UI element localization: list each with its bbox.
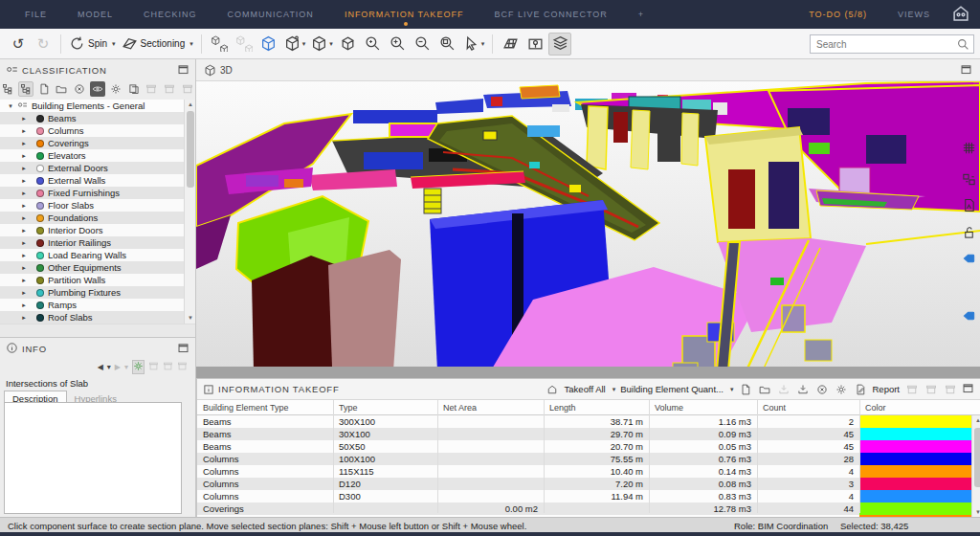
table-row[interactable]: Columns 115X115 10.40 m 0.14 m3 4 bbox=[197, 465, 980, 478]
menu-checking[interactable]: CHECKING bbox=[128, 10, 212, 19]
scroll-up-arrow[interactable]: ▲ bbox=[972, 415, 980, 426]
tree-row[interactable]: ▸ Fixed Furnishings bbox=[0, 187, 184, 199]
expand-icon[interactable]: ▸ bbox=[19, 264, 29, 272]
col-length[interactable]: Length bbox=[544, 400, 649, 414]
walk-mode-button[interactable]: ▾ bbox=[282, 33, 308, 56]
chevron-down-icon[interactable]: ▾ bbox=[612, 386, 616, 393]
expand-icon[interactable]: ▸ bbox=[19, 314, 29, 322]
new-takeoff-button[interactable] bbox=[738, 382, 752, 396]
tree-row[interactable]: ▸ Floor Slabs bbox=[0, 199, 184, 212]
todo-button[interactable]: TO-DO (5/8) bbox=[793, 10, 882, 19]
pdf-button[interactable] bbox=[962, 198, 977, 213]
classification-settings-button[interactable] bbox=[108, 81, 123, 97]
menu-communication[interactable]: COMMUNICATION bbox=[212, 10, 329, 19]
menu-bcf-live-connector[interactable]: BCF LIVE CONNECTOR bbox=[479, 10, 622, 19]
tree-row[interactable]: ▸ Load Bearing Walls bbox=[0, 249, 184, 261]
layers-button[interactable] bbox=[548, 33, 571, 56]
markup-button-2[interactable] bbox=[962, 309, 977, 324]
select-button[interactable]: ▾ bbox=[461, 33, 487, 56]
col-color[interactable]: Color bbox=[859, 400, 971, 414]
tree-row[interactable]: ▸ External Walls bbox=[0, 174, 184, 187]
isometric-view-button[interactable] bbox=[337, 33, 360, 56]
search-input[interactable] bbox=[811, 39, 957, 50]
tree-row[interactable]: ▸ Beams bbox=[0, 112, 184, 124]
takeoff-all-button[interactable]: Takeoff All bbox=[565, 384, 606, 394]
expand-icon[interactable]: ▸ bbox=[19, 227, 29, 234]
zoom-all-button[interactable] bbox=[362, 33, 385, 56]
scroll-up-arrow[interactable]: ▲ bbox=[185, 100, 196, 110]
markup-button-1[interactable] bbox=[962, 252, 977, 267]
tree-row[interactable]: ▸ Plumbing Fixtures bbox=[0, 286, 184, 299]
visibility-toggle[interactable] bbox=[90, 81, 105, 97]
quantity-preset-select[interactable]: Building Element Quant... bbox=[620, 384, 724, 394]
expand-icon[interactable]: ▸ bbox=[19, 239, 29, 247]
undo-button[interactable]: ↺ bbox=[7, 33, 30, 56]
expand-icon[interactable]: ▸ bbox=[19, 177, 29, 185]
sectioning-button[interactable]: Sectioning▾ bbox=[120, 33, 195, 56]
tree-scrollbar[interactable]: ▲ ▼ bbox=[184, 100, 195, 324]
tree-row[interactable]: ▸ Foundations bbox=[0, 212, 184, 224]
close-takeoff-button[interactable] bbox=[814, 382, 829, 396]
expand-icon[interactable]: ▸ bbox=[19, 152, 29, 160]
tree-row[interactable]: ▸ Coverings bbox=[0, 137, 184, 149]
table-row[interactable]: Coverings 0.00 m2 12.78 m3 44 bbox=[197, 502, 980, 515]
chevron-down-icon[interactable]: ▾ bbox=[730, 386, 734, 393]
hierarchy-button[interactable] bbox=[18, 81, 33, 97]
report-button[interactable]: Report bbox=[872, 384, 900, 394]
col-net-area[interactable]: Net Area bbox=[437, 400, 544, 414]
export-button[interactable] bbox=[795, 382, 810, 396]
table-row[interactable]: Columns D120 7.20 m 0.08 m3 3 bbox=[197, 478, 980, 490]
show-all-button[interactable] bbox=[208, 33, 231, 56]
zoom-out-button[interactable] bbox=[412, 33, 434, 56]
view-preset-button[interactable]: ▾ bbox=[309, 33, 335, 56]
maximize-button[interactable] bbox=[962, 382, 974, 396]
col-type[interactable]: Type bbox=[333, 400, 437, 414]
tree-row[interactable]: ▸ Roof Slabs bbox=[0, 311, 184, 324]
close-classification-button[interactable] bbox=[72, 81, 87, 97]
menu-add-tab[interactable]: + bbox=[623, 10, 659, 19]
tree-row[interactable]: ▸ External Doors bbox=[0, 162, 184, 174]
collapse-icon[interactable]: ▾ bbox=[6, 102, 15, 110]
col-volume[interactable]: Volume bbox=[649, 400, 757, 414]
chevron-down-icon[interactable]: ▾ bbox=[107, 363, 111, 371]
solibri-home-icon[interactable] bbox=[951, 4, 970, 25]
scrollbar-thumb[interactable] bbox=[187, 111, 194, 188]
auto-update-button[interactable] bbox=[132, 360, 145, 374]
footprint-button[interactable] bbox=[499, 33, 522, 56]
takeoff-settings-button[interactable] bbox=[834, 382, 848, 396]
grid-toggle-button[interactable] bbox=[962, 141, 977, 156]
dimensions-button[interactable] bbox=[962, 172, 977, 188]
table-row[interactable]: Beams 50X50 20.70 m 0.05 m3 45 bbox=[197, 440, 980, 453]
lock-button[interactable] bbox=[962, 225, 977, 240]
expand-icon[interactable]: ▸ bbox=[19, 214, 29, 222]
tree-row[interactable]: ▸ Elevators bbox=[0, 149, 184, 162]
report-icon-button[interactable] bbox=[853, 382, 867, 396]
takeoff-scrollbar[interactable]: ▲ ▼ bbox=[971, 415, 980, 518]
spin-button[interactable]: Spin▾ bbox=[67, 33, 118, 56]
table-row[interactable]: Columns D300 11.94 m 0.83 m3 4 bbox=[197, 490, 980, 502]
expand-icon[interactable]: ▸ bbox=[19, 165, 29, 172]
open-takeoff-button[interactable] bbox=[757, 382, 771, 396]
expand-icon[interactable]: ▸ bbox=[19, 190, 29, 197]
tree-row[interactable]: ▸ Columns bbox=[0, 124, 184, 137]
tree-row[interactable]: ▸ Interior Doors bbox=[0, 224, 184, 236]
expand-icon[interactable]: ▸ bbox=[19, 115, 29, 123]
model-3d-canvas[interactable] bbox=[196, 81, 980, 378]
new-classification-button[interactable] bbox=[36, 81, 52, 97]
menu-information-takeoff[interactable]: INFORMATION TAKEOFF bbox=[329, 10, 479, 19]
table-row[interactable]: Beams 30X100 29.70 m 0.09 m3 45 bbox=[197, 428, 980, 440]
maximize-button[interactable] bbox=[960, 63, 972, 78]
menu-model[interactable]: MODEL bbox=[62, 10, 128, 19]
col-count[interactable]: Count bbox=[757, 400, 859, 414]
prev-button[interactable]: ◀ bbox=[98, 363, 103, 371]
tree-row[interactable]: ▸ Partition Walls bbox=[0, 274, 184, 286]
expand-icon[interactable]: ▸ bbox=[19, 302, 29, 309]
col-building-element-type[interactable]: Building Element Type bbox=[197, 400, 333, 414]
scroll-down-arrow[interactable]: ▼ bbox=[185, 313, 196, 324]
expand-icon[interactable]: ▸ bbox=[19, 277, 29, 284]
maximize-button[interactable] bbox=[177, 342, 189, 356]
description-textarea[interactable] bbox=[4, 402, 182, 514]
expand-icon[interactable]: ▸ bbox=[19, 140, 29, 147]
tree-root-row[interactable]: ▾ Building Elements - General bbox=[0, 100, 184, 112]
select-components-button[interactable] bbox=[0, 81, 15, 97]
